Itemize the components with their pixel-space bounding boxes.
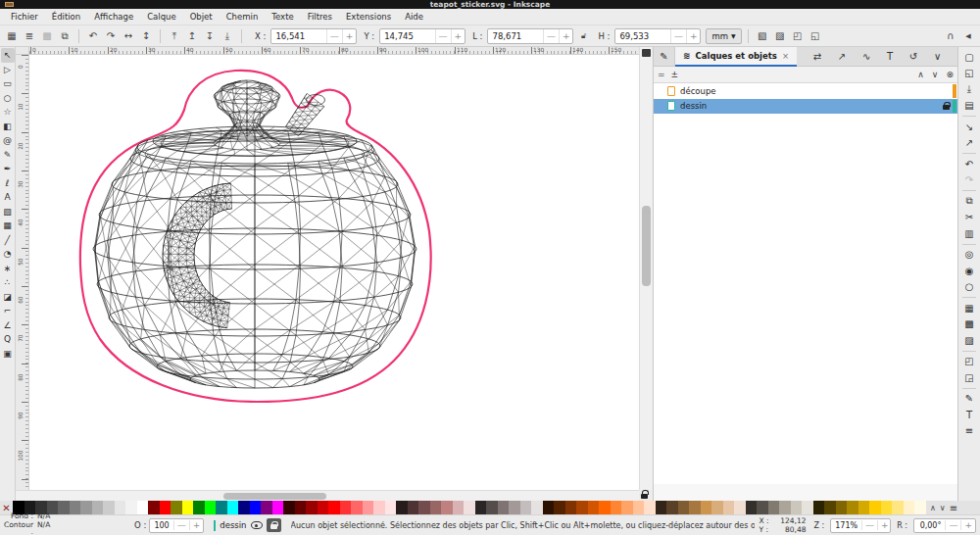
palette-swatch-70[interactable]: [802, 501, 813, 514]
palette-swatch-45[interactable]: [520, 501, 532, 514]
palette-swatch-69[interactable]: [791, 501, 803, 514]
layer-lock-icon[interactable]: [267, 518, 281, 532]
gradient-tool[interactable]: ▧: [1, 205, 15, 219]
unlink-clone-icon[interactable]: ▨: [960, 332, 978, 349]
palette-swatch-6[interactable]: [80, 501, 92, 514]
eraser-tool[interactable]: ◪: [1, 290, 15, 305]
menu-item-chemin[interactable]: Chemin: [220, 9, 266, 25]
ungroup-icon[interactable]: ◲: [960, 369, 978, 386]
palette-swatch-61[interactable]: [701, 501, 712, 514]
palette-swatch-46[interactable]: [531, 501, 543, 514]
palette-swatch-80[interactable]: [914, 501, 926, 514]
lock-ratio-icon[interactable]: 🔓︎: [575, 28, 591, 44]
palette-swatch-41[interactable]: [475, 501, 487, 514]
palette-swatch-16[interactable]: [193, 501, 205, 514]
scale-pattern-icon[interactable]: ◱: [808, 28, 823, 44]
palette-swatch-53[interactable]: [611, 501, 622, 514]
vertical-scrollbar-thumb[interactable]: [642, 206, 651, 286]
move-down-icon[interactable]: ∨: [932, 70, 939, 79]
select-all-layers-icon[interactable]: ≣: [22, 28, 37, 44]
palette-swatch-21[interactable]: [250, 501, 262, 514]
spray-tool[interactable]: ∴: [1, 275, 15, 290]
palette-swatch-35[interactable]: [408, 501, 419, 514]
opacity-decrement[interactable]: —: [173, 520, 189, 530]
expand-toggle-icon[interactable]: ±: [671, 70, 679, 79]
x-field[interactable]: 16,541 — +: [270, 28, 357, 44]
history-dialog-icon[interactable]: ↺: [909, 51, 917, 62]
zoom-increment[interactable]: +: [877, 520, 892, 530]
zoom-field[interactable]: 171% — +: [830, 518, 891, 533]
palette-swatch-79[interactable]: [904, 501, 915, 514]
new-document-icon[interactable]: ▢: [960, 49, 978, 66]
fill-value[interactable]: N/A: [37, 511, 67, 521]
width-decrement[interactable]: —: [543, 29, 559, 43]
palette-swatch-43[interactable]: [498, 501, 510, 514]
text-tool[interactable]: A: [1, 190, 15, 205]
palette-swatch-8[interactable]: [103, 501, 115, 514]
box3d-tool[interactable]: ◧: [1, 120, 15, 134]
canvas-lock-icon[interactable]: [637, 488, 652, 501]
zoom-decrement[interactable]: —: [861, 520, 877, 530]
palette-swatch-5[interactable]: [70, 501, 81, 514]
print-icon[interactable]: ▤: [960, 98, 978, 115]
palette-swatch-30[interactable]: [351, 501, 363, 514]
export-dialog-icon[interactable]: ↗: [838, 51, 846, 62]
scrollbar-top-button[interactable]: [642, 49, 651, 57]
node-tool[interactable]: ▷: [1, 63, 15, 77]
palette-swatch-39[interactable]: [453, 501, 465, 514]
palette-swatch-33[interactable]: [385, 501, 397, 514]
cut-icon[interactable]: ✂: [960, 210, 978, 226]
selector-tool[interactable]: ↖: [1, 48, 15, 63]
horizontal-scrollbar-thumb[interactable]: [223, 493, 326, 500]
opacity-increment[interactable]: +: [189, 520, 204, 530]
palette-swatch-27[interactable]: [318, 501, 329, 514]
palette-swatch-71[interactable]: [813, 501, 825, 514]
rotate-cw-icon[interactable]: ↷: [103, 28, 119, 44]
width-increment[interactable]: +: [559, 29, 573, 43]
palette-swatch-64[interactable]: [734, 501, 746, 514]
transform-dialog-icon[interactable]: ⇄: [813, 51, 821, 62]
palette-swatch-31[interactable]: [363, 501, 374, 514]
palette-swatch-42[interactable]: [486, 501, 498, 514]
palette-swatch-32[interactable]: [373, 501, 385, 514]
calligraphy-tool[interactable]: ℓ: [1, 176, 15, 191]
menu-item-fichier[interactable]: Fichier: [4, 9, 45, 25]
text-dialog-icon[interactable]: T: [887, 51, 893, 62]
palette-swatch-15[interactable]: [182, 501, 194, 514]
layer-locked-icon[interactable]: [943, 102, 950, 110]
copy-icon[interactable]: ⧉: [960, 193, 978, 210]
palette-swatch-18[interactable]: [216, 501, 227, 514]
path-effects-dialog-icon[interactable]: ∿: [862, 51, 870, 62]
palette-swatch-24[interactable]: [283, 501, 295, 514]
height-decrement[interactable]: —: [670, 29, 686, 43]
x-increment[interactable]: +: [342, 29, 357, 43]
group-icon[interactable]: ◰: [960, 354, 978, 370]
move-up-icon[interactable]: ∧: [917, 70, 924, 79]
palette-swatch-28[interactable]: [328, 501, 340, 514]
raise-icon[interactable]: ↥: [184, 28, 200, 44]
palette-swatch-56[interactable]: [644, 501, 656, 514]
palette-swatch-49[interactable]: [565, 501, 577, 514]
horizontal-scrollbar[interactable]: [16, 490, 639, 501]
duplicate-icon[interactable]: ▦: [960, 300, 978, 316]
palette-swatch-62[interactable]: [711, 501, 723, 514]
snap-toggle-icon[interactable]: ∩: [943, 28, 958, 44]
rotate-ccw-icon[interactable]: ↶: [85, 28, 101, 44]
measure-tool[interactable]: ∠: [1, 318, 15, 333]
menu-item-texte[interactable]: Texte: [265, 9, 300, 25]
flip-horizontal-icon[interactable]: ↔: [121, 28, 136, 44]
unit-dropdown[interactable]: mm▼: [706, 28, 741, 44]
current-layer-name[interactable]: dessin: [220, 520, 246, 530]
open-document-icon[interactable]: ◱: [960, 66, 978, 82]
palette-swatch-48[interactable]: [554, 501, 565, 514]
palette-swatch-57[interactable]: [656, 501, 667, 514]
lower-icon[interactable]: ↧: [202, 28, 218, 44]
palette-swatch-9[interactable]: [115, 501, 126, 514]
palette-scroll-up-icon[interactable]: ∧: [930, 504, 936, 512]
palette-swatch-76[interactable]: [869, 501, 881, 514]
menu-item-objet[interactable]: Objet: [183, 9, 220, 25]
scale-corners-icon[interactable]: ▨: [772, 28, 788, 44]
select-all-icon[interactable]: ▦: [4, 28, 20, 44]
paste-icon[interactable]: ▥: [960, 225, 978, 242]
palette-swatch-20[interactable]: [238, 501, 250, 514]
